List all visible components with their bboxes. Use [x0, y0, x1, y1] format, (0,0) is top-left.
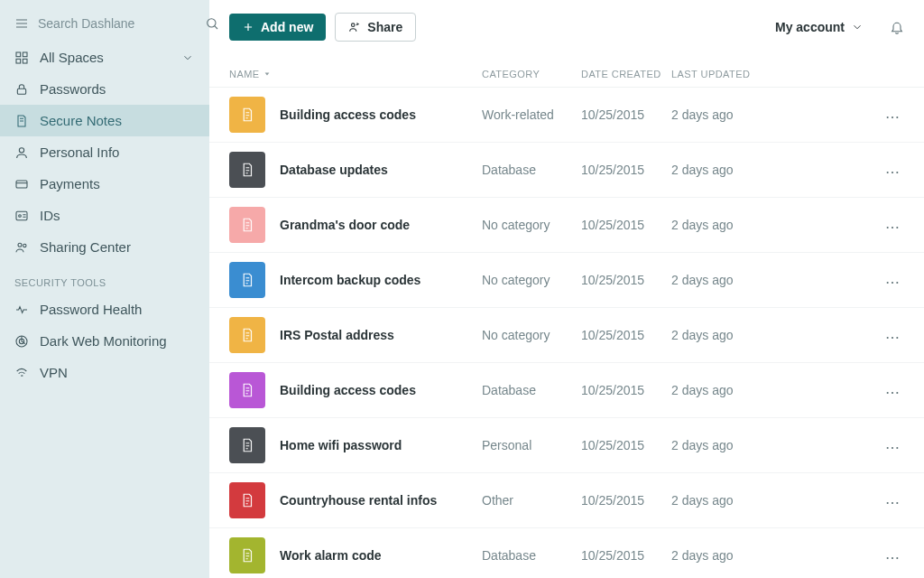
search-input[interactable] — [38, 16, 196, 31]
my-account-menu[interactable]: My account — [775, 20, 864, 34]
row-more-button[interactable] — [881, 214, 904, 236]
row-more-button[interactable] — [881, 379, 904, 401]
svg-point-16 — [892, 117, 893, 118]
table-row[interactable]: Database updatesDatabase10/25/20152 days… — [209, 143, 924, 198]
note-color-icon — [229, 262, 265, 298]
table-row[interactable]: Home wifi passwordPersonal10/25/20152 da… — [209, 418, 924, 473]
bell-icon[interactable] — [890, 20, 904, 34]
wifi-icon — [14, 366, 29, 380]
table-row[interactable]: Intercom backup codesNo category10/25/20… — [209, 253, 924, 308]
column-header-name[interactable]: NAME — [229, 69, 482, 79]
note-color-icon — [229, 152, 265, 188]
note-updated: 2 days ago — [671, 328, 807, 342]
svg-point-6 — [19, 147, 23, 152]
column-header-updated[interactable]: LAST UPDATED — [671, 69, 807, 79]
svg-point-31 — [892, 392, 893, 394]
svg-point-19 — [892, 172, 893, 173]
note-category: No category — [482, 273, 581, 287]
table-row[interactable]: Grandma's door codeNo category10/25/2015… — [209, 198, 924, 253]
note-color-icon — [229, 482, 265, 518]
chevron-down-icon — [850, 20, 864, 34]
note-date: 10/25/2015 — [581, 438, 671, 452]
note-title: Intercom backup codes — [280, 273, 420, 287]
note-category: Other — [482, 493, 581, 508]
topbar: Add new Share My account — [209, 0, 924, 52]
svg-point-26 — [896, 282, 898, 284]
sidebar-item-passwords[interactable]: Passwords — [0, 73, 209, 105]
svg-point-17 — [896, 117, 898, 118]
sidebar-item-password-health[interactable]: Password Health — [0, 294, 209, 325]
menu-icon[interactable] — [14, 16, 29, 31]
note-title: Building access codes — [280, 383, 416, 397]
sidebar-item-ids[interactable]: IDs — [0, 200, 209, 231]
svg-point-14 — [352, 23, 356, 27]
row-more-button[interactable] — [881, 434, 904, 456]
health-icon — [14, 303, 29, 317]
svg-point-18 — [887, 172, 889, 173]
note-category: Work-related — [482, 107, 581, 122]
note-icon — [14, 114, 29, 128]
svg-point-28 — [892, 337, 893, 339]
row-more-button[interactable] — [881, 489, 904, 511]
svg-point-9 — [19, 214, 22, 217]
note-date: 10/25/2015 — [581, 548, 671, 563]
note-title: Grandma's door code — [280, 218, 410, 232]
svg-rect-4 — [23, 59, 27, 63]
sidebar-item-dark-web[interactable]: Dark Web Monitoring — [0, 325, 209, 357]
note-date: 10/25/2015 — [581, 383, 671, 397]
sidebar-item-label: Personal Info — [40, 144, 119, 160]
svg-rect-7 — [16, 181, 27, 188]
id-icon — [14, 209, 29, 223]
note-color-icon — [229, 537, 265, 573]
sidebar-item-label: Sharing Center — [40, 239, 131, 255]
note-updated: 2 days ago — [671, 438, 807, 452]
note-title: Work alarm code — [280, 548, 382, 563]
table-row[interactable]: Countryhouse rental infosOther10/25/2015… — [209, 473, 924, 528]
row-more-button[interactable] — [881, 324, 904, 346]
sort-caret-icon — [263, 69, 271, 79]
column-header-category[interactable]: CATEGORY — [482, 69, 581, 79]
note-category: No category — [482, 218, 581, 232]
sidebar-item-label: Password Health — [40, 302, 142, 317]
note-date: 10/25/2015 — [581, 218, 671, 232]
table-row[interactable]: Building access codesDatabase10/25/20152… — [209, 363, 924, 418]
table-row[interactable]: Work alarm codeDatabase10/25/20152 days … — [209, 528, 924, 578]
note-updated: 2 days ago — [671, 493, 807, 508]
note-color-icon — [229, 207, 265, 243]
note-title: Home wifi password — [280, 438, 402, 452]
table-row[interactable]: IRS Postal addressNo category10/25/20152… — [209, 308, 924, 363]
note-title: Countryhouse rental infos — [280, 493, 437, 508]
note-updated: 2 days ago — [671, 273, 807, 287]
sidebar-item-all-spaces[interactable]: All Spaces — [0, 42, 209, 73]
row-more-button[interactable] — [881, 159, 904, 181]
table-row[interactable]: Building access codesWork-related10/25/2… — [209, 88, 924, 143]
column-header-date[interactable]: DATE CREATED — [581, 69, 671, 79]
note-updated: 2 days ago — [671, 548, 807, 563]
sidebar-item-label: All Spaces — [40, 50, 170, 65]
svg-point-29 — [896, 337, 898, 339]
sidebar-item-payments[interactable]: Payments — [0, 168, 209, 200]
sidebar-item-sharing-center[interactable]: Sharing Center — [0, 231, 209, 263]
search-row — [0, 7, 209, 42]
row-more-button[interactable] — [881, 269, 904, 291]
row-more-button[interactable] — [881, 104, 904, 126]
add-new-button[interactable]: Add new — [229, 14, 326, 41]
note-color-icon — [229, 317, 265, 353]
spaces-icon — [14, 51, 29, 65]
sidebar-item-secure-notes[interactable]: Secure Notes — [0, 105, 209, 136]
note-category: Database — [482, 383, 581, 397]
sidebar-item-personal-info[interactable]: Personal Info — [0, 136, 209, 168]
share-button[interactable]: Share — [335, 13, 416, 42]
sidebar-item-label: VPN — [40, 365, 68, 380]
security-tools-label: SECURITY TOOLS — [0, 263, 209, 294]
svg-point-21 — [887, 227, 889, 228]
row-more-button[interactable] — [881, 545, 904, 566]
main-panel: Add new Share My account NAME CATEGORY D… — [209, 0, 924, 578]
svg-point-22 — [892, 227, 893, 228]
note-updated: 2 days ago — [671, 218, 807, 232]
svg-point-33 — [887, 447, 889, 449]
note-date: 10/25/2015 — [581, 328, 671, 342]
note-category: Personal — [482, 438, 581, 452]
sidebar-item-vpn[interactable]: VPN — [0, 357, 209, 388]
svg-point-10 — [18, 243, 22, 247]
